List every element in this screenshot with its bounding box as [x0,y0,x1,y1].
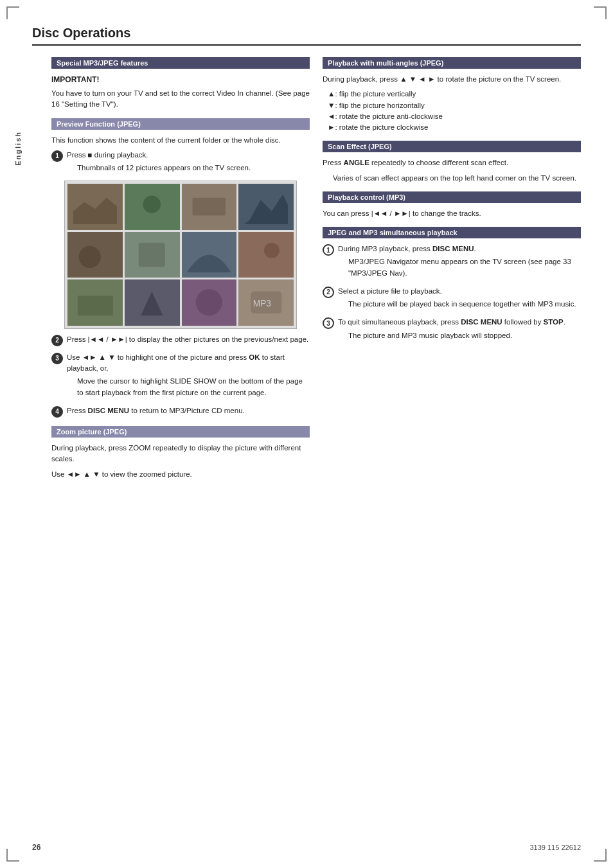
scan-para2: Varies of scan effect appears on the top… [333,173,581,184]
svg-text:MP3: MP3 [253,299,272,309]
svg-rect-9 [139,243,165,267]
sim-step-2-indent: The picture will be played back in seque… [348,299,581,310]
step-1-content: Press ■ during playback. Thumbnails of 1… [67,150,310,176]
scan-para1: Press ANGLE repeatedly to choose differe… [323,157,581,168]
playback-control-text: You can press |◄◄ / ►►| to change the tr… [323,208,581,219]
step-1: 1 Press ■ during playback. Thumbnails of… [51,150,310,176]
sim-step-3-indent: The picture and MP3 music playback will … [348,330,581,341]
feature-1: ▲: flip the picture vertically [328,89,581,100]
feature-3: ◄: rotate the picture anti-clockwise [328,111,581,122]
multiangle-feature-list: ▲: flip the picture vertically ▼: flip t… [323,89,581,133]
thumb-8 [238,232,294,278]
sim-step-3-text: To quit simultaneous playback, press DIS… [338,317,581,328]
step-2-content: Press |◄◄ / ►►| to display the other pic… [67,334,310,347]
thumb-10 [125,279,180,325]
svg-point-7 [78,246,100,268]
thumb-5 [67,232,123,278]
step-3-indent: Move the cursor to highlight SLIDE SHOW … [77,376,310,398]
preview-intro: This function shows the content of the c… [51,135,310,146]
feature-4: ►: rotate the picture clockwise [328,122,581,133]
page-footer: 26 3139 115 22612 [32,843,581,852]
sidebar-language-label: English [13,128,23,168]
sim-step-2: 2 Select a picture file to playback. The… [323,286,581,312]
section-header-simultaneous: JPEG and MP3 simultaneous playback [323,227,581,238]
step-2-num: 2 [51,335,63,346]
section-header-playback-control: Playback control (MP3) [323,191,581,203]
multiangle-intro: During playback, press ▲ ▼ ◄ ► to rotate… [323,74,581,85]
svg-point-17 [196,289,222,315]
sim-step-1-indent: MP3/JPEG Navigator menu appears on the T… [348,256,581,279]
thumb-7 [182,232,237,278]
thumb-2 [125,184,180,229]
thumbnail-grid: MP3 [64,181,297,328]
thumb-1 [67,184,123,229]
step-2: 2 Press |◄◄ / ►►| to display the other p… [51,334,310,347]
step-4-text: Press DISC MENU to return to MP3/Picture… [67,405,310,416]
step-4-content: Press DISC MENU to return to MP3/Picture… [67,405,310,418]
sim-step-3-num: 3 [323,317,334,329]
step-1-text: Press ■ during playback. [67,150,310,161]
zoom-para1: During playback, press ZOOM repeatedly t… [51,443,310,465]
sim-step-1-text: During MP3 playback, press DISC MENU. [338,244,581,254]
sim-step-2-content: Select a picture file to playback. The p… [338,286,581,312]
section-header-preview: Preview Function (JPEG) [51,118,310,130]
right-column: Playback with multi-angles (JPEG) During… [323,57,581,484]
important-label: IMPORTANT! [51,74,310,85]
svg-rect-4 [193,198,226,215]
sim-step-3-content: To quit simultaneous playback, press DIS… [338,317,581,343]
sim-step-2-text: Select a picture file to playback. [338,286,581,297]
sim-step-3: 3 To quit simultaneous playback, press D… [323,317,581,343]
step-3-num: 3 [51,353,63,364]
section-header-scan: Scan Effect (JPEG) [323,141,581,152]
step-3-content: Use ◄► ▲ ▼ to highlight one of the pictu… [67,352,310,400]
sim-step-2-num: 2 [323,287,334,298]
thumb-3 [182,184,237,229]
page-title: Disc Operations [32,26,581,46]
step-4: 4 Press DISC MENU to return to MP3/Pictu… [51,405,310,418]
feature-2: ▼: flip the picture horizontally [328,100,581,111]
left-column: Special MP3/JPEG features IMPORTANT! You… [51,57,310,484]
step-4-num: 4 [51,406,63,418]
svg-point-12 [264,243,280,258]
step-2-text: Press |◄◄ / ►►| to display the other pic… [67,334,310,345]
step-1-num: 1 [51,150,63,162]
zoom-para2: Use ◄► ▲ ▼ to view the zoomed picture. [51,469,310,480]
section-header-special-mp3: Special MP3/JPEG features [51,57,310,69]
thumb-11 [182,279,237,325]
thumb-12: MP3 [238,279,294,325]
sim-step-1-num: 1 [323,244,334,256]
section-header-zoom: Zoom picture (JPEG) [51,426,310,438]
important-text: You have to turn on your TV and set to t… [51,88,310,111]
page-number: 26 [32,843,40,852]
thumb-9 [67,279,123,325]
thumb-4 [238,184,294,229]
thumb-6 [125,232,180,278]
sim-step-1: 1 During MP3 playback, press DISC MENU. … [323,244,581,281]
section-header-multiangle: Playback with multi-angles (JPEG) [323,57,581,69]
step-1-indent: Thumbnails of 12 pictures appears on the… [77,163,310,173]
step-3-text: Use ◄► ▲ ▼ to highlight one of the pictu… [67,352,310,375]
doc-number: 3139 115 22612 [529,844,581,851]
svg-point-2 [143,196,161,213]
svg-rect-14 [77,296,112,316]
sim-step-1-content: During MP3 playback, press DISC MENU. MP… [338,244,581,281]
step-3: 3 Use ◄► ▲ ▼ to highlight one of the pic… [51,352,310,400]
